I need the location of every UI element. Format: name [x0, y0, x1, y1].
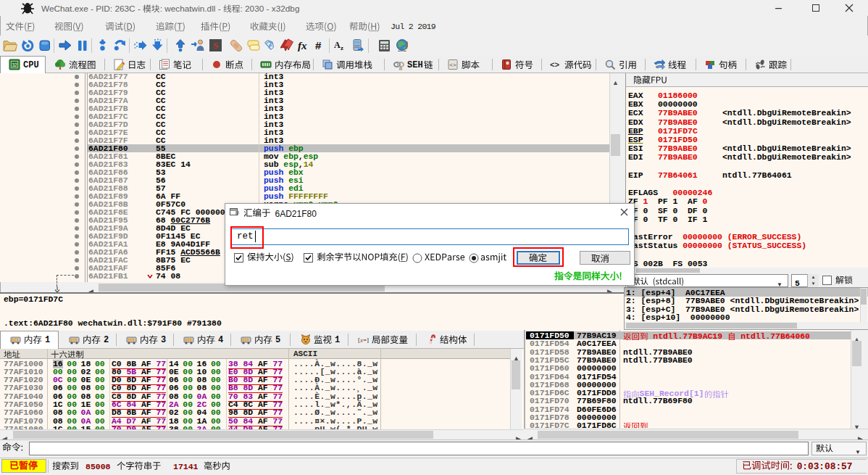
- svg-text:z: z: [341, 44, 343, 51]
- svg-text:32: 32: [12, 62, 17, 67]
- svg-text:[x=]: [x=]: [358, 336, 369, 344]
- svg-text:fx: fx: [298, 40, 307, 51]
- svg-text:<>: <>: [449, 62, 456, 68]
- svg-text:S: S: [213, 40, 218, 51]
- svg-text:#: #: [315, 39, 322, 51]
- svg-text:A: A: [334, 40, 341, 50]
- svg-text:<>: <>: [550, 61, 560, 70]
